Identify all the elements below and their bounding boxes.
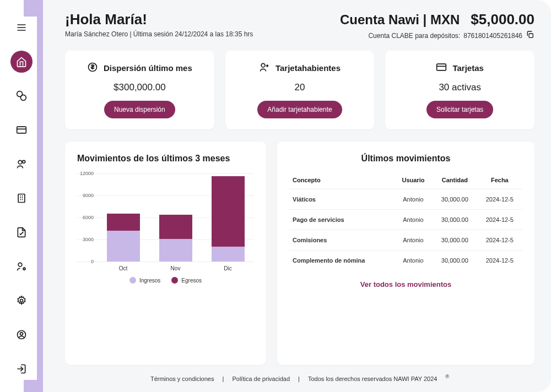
bar-group: Nov — [159, 173, 192, 262]
chart-ytick: 3000 — [77, 237, 94, 242]
svg-rect-5 — [17, 127, 26, 133]
latest-movements-panel: Últimos movimientos ConceptoUsuarioCanti… — [277, 141, 534, 365]
sidebar — [0, 0, 43, 392]
sidebar-item-users[interactable] — [10, 153, 33, 175]
legend-ingresos: Ingresos — [139, 277, 160, 284]
bar-chart: 030006000900012000OctNovDic — [77, 173, 254, 262]
greeting-block: ¡Hola María! María Sánchez Otero | Últim… — [65, 11, 253, 38]
svg-point-8 — [23, 160, 25, 163]
sidebar-item-settings[interactable] — [10, 290, 33, 312]
table-cell: Antonio — [394, 189, 433, 210]
table-cell: Pago de servicios — [289, 210, 394, 230]
table-cell: 2024-12-5 — [477, 230, 522, 251]
table-cell: Antonio — [394, 251, 433, 271]
menu-icon[interactable] — [10, 17, 33, 39]
svg-point-16 — [18, 263, 22, 266]
svg-rect-21 — [529, 34, 533, 37]
movements-title: Últimos movimientos — [289, 154, 522, 164]
chart-title: Movimientos de los últimos 3 meses — [77, 154, 254, 164]
chart-legend: Ingresos Egresos — [77, 277, 254, 284]
card-value: $300,000.00 — [114, 82, 166, 93]
footer-privacy-link[interactable]: Política de privacidad — [232, 375, 290, 382]
new-dispersion-button[interactable]: Nueva dispersión — [104, 101, 175, 118]
clabe-number: 8761801405261846 — [463, 32, 522, 40]
card-dispersion: Dispersión último mes $300,000.00 Nueva … — [65, 51, 214, 129]
sidebar-item-coins[interactable] — [10, 85, 33, 107]
chart-ytick: 6000 — [77, 215, 94, 220]
movements-chart-panel: Movimientos de los últimos 3 meses 03000… — [65, 141, 266, 365]
request-cards-button[interactable]: Solicitar tarjetas — [426, 101, 493, 118]
bar-ingresos — [159, 239, 192, 262]
greeting-subtitle: María Sánchez Otero | Última sesión 24/1… — [65, 30, 253, 38]
table-cell: Complemento de nómina — [289, 251, 394, 271]
sidebar-item-card[interactable] — [10, 119, 33, 141]
account-title: Cuenta Nawi | MXN — [340, 12, 460, 28]
footer-rights: Todos los derechos reservados NAWI PAY 2… — [308, 375, 437, 382]
bar-category-label: Nov — [159, 265, 192, 271]
table-header: Fecha — [477, 171, 522, 189]
clabe-label: Cuenta CLABE para depósitos: — [368, 32, 460, 40]
registered-icon: ® — [445, 374, 449, 379]
table-row: ViáticosAntonio30,000.002024-12-5 — [289, 189, 522, 210]
sidebar-item-building[interactable] — [10, 187, 33, 209]
bar-group: Oct — [107, 173, 140, 262]
user-plus-icon — [259, 62, 270, 74]
card-value: 20 — [295, 82, 305, 93]
table-header: Concepto — [289, 171, 394, 189]
table-cell: Comisiones — [289, 230, 394, 251]
account-summary: Cuenta Nawi | MXN $5,000.00 Cuenta CLABE… — [340, 11, 534, 41]
table-row: ComisionesAntonio30,000.002024-12-5 — [289, 230, 522, 251]
card-cards: Tarjetas 30 activas Solicitar tarjetas — [385, 51, 534, 129]
svg-point-17 — [23, 268, 25, 270]
table-row: Pago de serviciosAntonio30,000.002024-12… — [289, 210, 522, 230]
svg-rect-9 — [18, 194, 25, 203]
table-header: Cantidad — [433, 171, 477, 189]
bar-ingresos — [107, 231, 140, 262]
svg-point-20 — [20, 333, 23, 335]
table-cell: 2024-12-5 — [477, 251, 522, 271]
sidebar-item-home[interactable] — [10, 51, 33, 73]
table-cell: 30,000.00 — [433, 189, 477, 210]
credit-card-icon — [436, 62, 447, 74]
table-cell: Antonio — [394, 210, 433, 230]
legend-egresos: Egresos — [181, 277, 202, 284]
svg-point-23 — [261, 63, 265, 67]
sidebar-item-user-settings[interactable] — [10, 255, 33, 277]
footer-terms-link[interactable]: Términos y condiciones — [150, 375, 214, 382]
add-cardholder-button[interactable]: Añadir tarjetahabiente — [257, 101, 342, 118]
bar-egresos — [107, 214, 140, 231]
table-header: Usuario — [394, 171, 433, 189]
sidebar-item-document[interactable] — [10, 221, 33, 243]
table-cell: Viáticos — [289, 189, 394, 210]
bar-egresos — [212, 176, 245, 247]
svg-point-4 — [20, 95, 26, 100]
chart-ytick: 12000 — [77, 171, 94, 176]
greeting-title: ¡Hola María! — [65, 11, 253, 28]
card-title: Dispersión último mes — [104, 63, 192, 73]
card-value: 30 activas — [439, 82, 481, 93]
table-row: Complemento de nóminaAntonio30,000.00202… — [289, 251, 522, 271]
table-cell: 30,000.00 — [433, 251, 477, 271]
table-cell: 2024-12-5 — [477, 189, 522, 210]
bar-ingresos — [212, 247, 245, 262]
chart-ytick: 0 — [77, 259, 94, 264]
footer: Términos y condiciones | Política de pri… — [65, 365, 534, 386]
see-all-movements-link[interactable]: Ver todos los movimientos — [360, 280, 451, 288]
bar-category-label: Oct — [107, 265, 140, 271]
chart-ytick: 9000 — [77, 193, 94, 198]
card-cardholders: Tarjetahabientes 20 Añadir tarjetahabien… — [225, 51, 375, 129]
table-cell: 30,000.00 — [433, 230, 477, 251]
currency-icon — [87, 62, 98, 74]
sidebar-item-profile[interactable] — [10, 324, 33, 346]
card-title: Tarjetahabientes — [276, 63, 341, 73]
table-cell: 30,000.00 — [433, 210, 477, 230]
bar-egresos — [159, 215, 192, 239]
table-cell: 2024-12-5 — [477, 210, 522, 230]
bar-category-label: Dic — [212, 265, 245, 271]
sidebar-item-logout[interactable] — [10, 358, 33, 380]
copy-icon[interactable] — [526, 30, 534, 41]
svg-point-7 — [18, 160, 22, 164]
bar-group: Dic — [212, 173, 245, 262]
account-balance: $5,000.00 — [471, 11, 534, 28]
card-title: Tarjetas — [452, 63, 483, 73]
